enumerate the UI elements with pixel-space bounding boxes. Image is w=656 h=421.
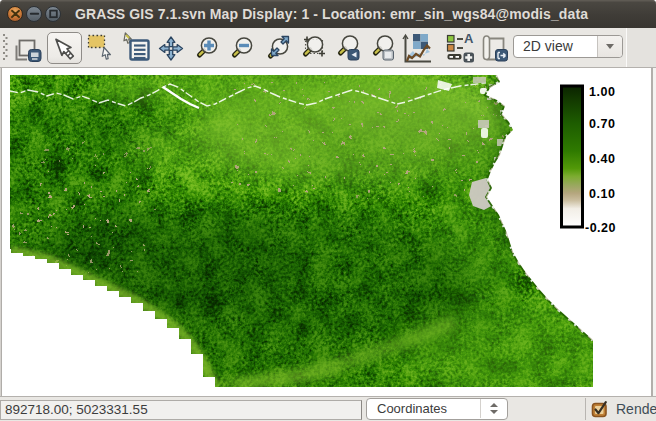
svg-text:0.10: 0.10	[589, 187, 615, 201]
svg-text:-0.20: -0.20	[585, 221, 616, 235]
svg-text:0.40: 0.40	[589, 152, 615, 166]
svg-text:0.70: 0.70	[589, 117, 615, 131]
svg-text:1.00: 1.00	[589, 85, 615, 99]
svg-text:A: A	[464, 31, 474, 46]
